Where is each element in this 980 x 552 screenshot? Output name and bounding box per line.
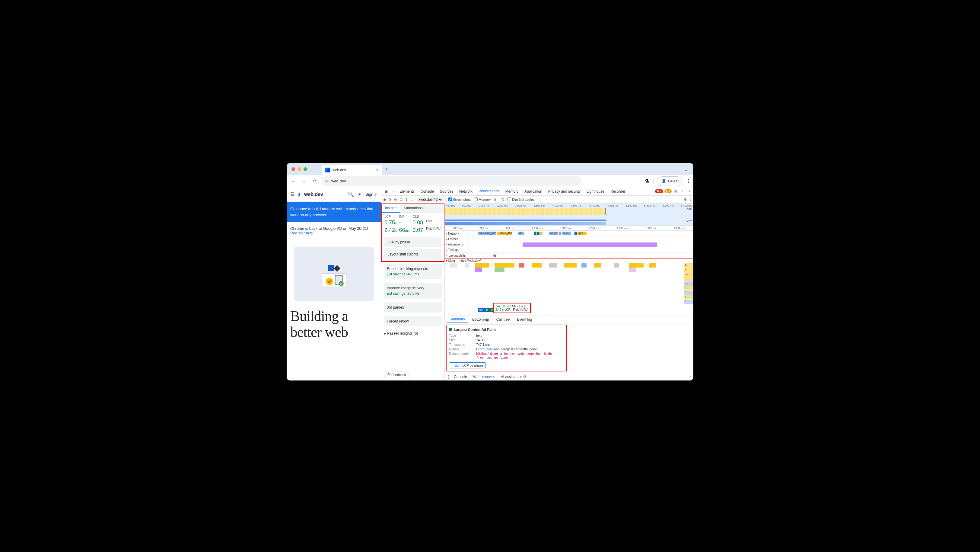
url-field[interactable]: ⚙ web.dev: [321, 176, 581, 186]
site-info-icon[interactable]: ⚙: [325, 179, 329, 183]
summary-tab[interactable]: Summary: [447, 316, 468, 323]
tab-network[interactable]: Network: [457, 187, 475, 195]
tab-overflow-button[interactable]: ⌄: [681, 166, 691, 172]
related-node[interactable]: h3#building-a-better-web-together.hide-f…: [476, 352, 564, 360]
tab-application[interactable]: Application: [522, 187, 545, 195]
calltree-tab[interactable]: Call tree: [493, 316, 513, 323]
lcp-annotation: 747.10 ms LCP - Local 2.42 s LCP - Field…: [493, 303, 531, 313]
site-logo-text: web.dev: [304, 192, 323, 197]
svg-point-3: [326, 278, 333, 285]
network-track[interactable]: Network ome-blue_720.png ...ature_480...…: [445, 231, 694, 236]
device-icon[interactable]: ▭: [390, 189, 396, 193]
home-icon[interactable]: ⌂: [410, 198, 412, 202]
perf-settings-icon[interactable]: ⚙: [684, 198, 687, 202]
settings-icon[interactable]: ⚙: [673, 189, 679, 193]
forward-button[interactable]: →: [300, 177, 309, 185]
warning-count[interactable]: ▮ 1: [664, 189, 671, 193]
net-overview: [445, 220, 606, 221]
inspect-icon[interactable]: ▣: [383, 189, 389, 193]
overview[interactable]: 492 ms 992 ms 1,992 ms 2,992 ms 3,992 ms…: [445, 204, 694, 226]
insight-link[interactable]: Insight LCP by phase: [449, 362, 486, 369]
perf-body: Insights Annotations LCP INP CLS 0.75s -…: [381, 204, 694, 380]
help-icon[interactable]: ?: [689, 198, 692, 202]
clear-icon[interactable]: ⊘: [394, 198, 397, 202]
insight-render-block[interactable]: Render blocking requests Est savings: 40…: [384, 263, 442, 279]
drawer-console[interactable]: Console: [451, 375, 469, 379]
flamegraph[interactable]: [445, 263, 694, 314]
tab-lighthouse[interactable]: Lighthouse: [584, 187, 607, 195]
back-button[interactable]: ←: [289, 177, 298, 185]
upload-icon[interactable]: ↥: [399, 198, 402, 202]
feedback-button[interactable]: ⚗ Feedback: [384, 371, 409, 378]
tracks: Network ome-blue_720.png ...ature_480...…: [445, 231, 694, 316]
eventlog-tab[interactable]: Event log: [514, 316, 535, 323]
maximize-window[interactable]: [304, 167, 307, 171]
tab-memory[interactable]: Memory: [503, 187, 521, 195]
theme-icon[interactable]: ☀: [358, 191, 362, 197]
drawer: ⋮ Console What's new × AI assistance ⚗ ×: [445, 373, 694, 380]
tab-elements[interactable]: Elements: [397, 187, 417, 195]
tab-privacy[interactable]: Privacy and security: [546, 187, 583, 195]
close-tab-icon[interactable]: ×: [376, 168, 379, 172]
minimize-window[interactable]: [298, 167, 301, 171]
hero-headline: Building a better web: [286, 308, 381, 340]
register-link[interactable]: Register now: [290, 231, 313, 235]
settings2-icon[interactable]: ⇅: [502, 198, 505, 202]
tab-performance[interactable]: Performance: [476, 187, 502, 195]
tab-sources[interactable]: Sources: [438, 187, 456, 195]
animations-track[interactable]: Animations: [445, 242, 694, 247]
profile-button[interactable]: 👤 Guest: [657, 176, 682, 186]
drawer-whatsnew[interactable]: What's new ×: [471, 375, 497, 379]
labs-icon[interactable]: ⚗: [645, 178, 649, 184]
memory-toggle[interactable]: Memory: [474, 198, 491, 201]
gc-icon[interactable]: 🗑: [493, 198, 496, 202]
learn-more-link[interactable]: Learn more: [476, 347, 493, 351]
new-tab-button[interactable]: +: [382, 166, 391, 172]
menu-icon[interactable]: ⋮: [686, 178, 691, 184]
close-window[interactable]: [291, 167, 295, 171]
summary-title: Largest Contentful Paint: [449, 328, 564, 332]
download-icon[interactable]: ↧: [405, 198, 408, 202]
dim-3rd-toggle[interactable]: Dim 3rd parties: [507, 198, 535, 201]
more-icon[interactable]: ⋮: [680, 189, 686, 193]
insight-3rd-parties[interactable]: 3rd parties: [384, 302, 442, 313]
insight-image-delivery[interactable]: Improve image delivery Est savings: 25.0…: [384, 283, 442, 298]
close-devtools-icon[interactable]: ×: [687, 189, 692, 193]
hamburger-icon[interactable]: ☰: [290, 191, 294, 197]
timings-track[interactable]: Timings: [445, 247, 694, 253]
insight-forced-reflow[interactable]: Forced reflow: [384, 316, 442, 326]
error-count[interactable]: ✖ 2: [655, 189, 663, 193]
drawer-ai[interactable]: AI assistance ⚗: [498, 375, 529, 379]
devtools: ▣ ▭ Elements Console Sources Network Per…: [381, 187, 694, 380]
drawer-close-icon[interactable]: ×: [689, 375, 692, 379]
tab-console[interactable]: Console: [418, 187, 436, 195]
browser-tab[interactable]: web.dev ×: [321, 165, 382, 175]
passed-insights[interactable]: Passed insights (6): [381, 328, 444, 338]
time-ruler[interactable]: 592 ms 792 ms 992 ms 1,192 ms 1,392 ms 1…: [445, 226, 694, 231]
frames-track[interactable]: Frames: [445, 236, 694, 242]
close-icon[interactable]: ×: [493, 375, 495, 379]
summary-panel: Largest Contentful Paint Typetext Size74…: [446, 325, 566, 372]
reload-record-icon[interactable]: ⟳: [389, 198, 391, 202]
signin-link[interactable]: Sign in: [365, 192, 377, 196]
cpu-overview: [445, 208, 606, 215]
record-icon[interactable]: ◉: [383, 198, 386, 202]
drawer-menu-icon[interactable]: ⋮: [447, 375, 450, 379]
favicon: [325, 168, 330, 172]
inp-local: -: [399, 220, 410, 226]
bottomup-tab[interactable]: Bottom-up: [469, 316, 492, 323]
hero-banner: Guidance to build modern web experiences…: [286, 202, 381, 222]
screenshots-toggle[interactable]: Screenshots: [448, 198, 471, 201]
insights-tab[interactable]: Insights: [382, 204, 400, 212]
insights-sidebar: Insights Annotations LCP INP CLS 0.75s -…: [381, 204, 445, 380]
annotations-tab[interactable]: Annotations: [400, 204, 425, 212]
insight-layout-shift[interactable]: Layout shift culprits: [384, 249, 441, 259]
tab-bar: web.dev × + ⌄: [286, 163, 694, 175]
search-icon[interactable]: 🔍: [348, 191, 354, 197]
insight-lcp-phase[interactable]: LCP by phase: [384, 237, 441, 247]
recording-select[interactable]: web.dev #2: [418, 197, 443, 202]
layout-shifts-track[interactable]: Layout shifts: [445, 253, 694, 258]
reload-button[interactable]: ⟳: [311, 177, 319, 185]
main-track[interactable]: Main — https://web.dev/: [445, 258, 694, 314]
tab-recorder[interactable]: Recorder: [608, 187, 628, 195]
